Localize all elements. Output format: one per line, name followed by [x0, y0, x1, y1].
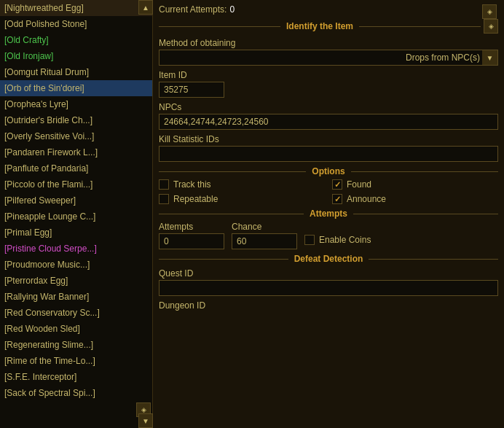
- method-input[interactable]: [159, 50, 498, 66]
- chance-col: Chance: [232, 222, 297, 249]
- announce-row: Announce: [332, 194, 498, 204]
- method-label: Method of obtaining: [159, 38, 498, 48]
- list-item[interactable]: [Primal Egg]: [0, 225, 152, 241]
- kill-stat-input[interactable]: [159, 146, 498, 162]
- defeat-divider-line-left: [159, 259, 288, 260]
- announce-label: Announce: [347, 194, 386, 204]
- list-item[interactable]: [Pineapple Lounge C...]: [0, 209, 152, 225]
- list-item[interactable]: [Pterrordax Egg]: [0, 273, 152, 289]
- list-item[interactable]: [Nightwreathed Egg]: [0, 0, 152, 16]
- track-this-checkbox[interactable]: [159, 179, 169, 190]
- options-grid: Track this Found Repeatable Announce: [159, 179, 498, 204]
- divider-line-left: [159, 26, 280, 27]
- defeat-divider-line-right: [369, 259, 498, 260]
- npcs-input[interactable]: [159, 114, 498, 130]
- list-item[interactable]: [Sack of Spectral Spi...]: [0, 385, 152, 401]
- left-panel-wrapper: [Nightwreathed Egg][Odd Polished Stone][…: [0, 0, 153, 428]
- chance-label: Chance: [232, 222, 297, 232]
- list-item[interactable]: [Proudmoore Music...]: [0, 257, 152, 273]
- enable-coins-label: Enable Coins: [319, 235, 371, 245]
- attempts-divider-line-left: [159, 214, 304, 214]
- scroll-down-button[interactable]: ▼: [138, 413, 153, 428]
- chance-input[interactable]: [232, 233, 297, 249]
- attempts-input[interactable]: [159, 233, 224, 249]
- divider-line-right: [359, 26, 481, 27]
- announce-checkbox[interactable]: [332, 194, 342, 204]
- current-attempts-value: 0: [229, 4, 235, 15]
- identify-divider: Identify the Item ◈: [159, 19, 498, 34]
- list-item[interactable]: [Rallying War Banner]: [0, 289, 152, 305]
- enable-coins-row: Enable Coins: [304, 235, 371, 245]
- list-item[interactable]: [Outrider's Bridle Ch...]: [0, 112, 152, 128]
- identify-section-title: Identify the Item: [280, 21, 359, 31]
- method-dropdown-wrapper: ▼: [159, 50, 498, 66]
- track-this-label: Track this: [173, 179, 211, 190]
- options-divider: Options: [159, 166, 498, 176]
- options-divider-line-left: [159, 171, 306, 172]
- defeat-section-title: Defeat Detection: [288, 254, 369, 264]
- list-item[interactable]: [Red Conservatory Sc...]: [0, 305, 152, 321]
- quest-id-label: Quest ID: [159, 268, 498, 279]
- scroll-up-button[interactable]: ▲: [138, 0, 153, 15]
- list-item[interactable]: [Red Wooden Sled]: [0, 321, 152, 337]
- found-label: Found: [347, 179, 371, 190]
- dungeon-id-label: Dungeon ID: [159, 300, 498, 311]
- attempts-section-title: Attempts: [304, 209, 353, 219]
- list-item[interactable]: [Panflute of Pandaria]: [0, 160, 152, 176]
- list-item[interactable]: [Odd Polished Stone]: [0, 16, 152, 32]
- current-attempts-label: Current Attempts:: [159, 4, 227, 15]
- top-right-icon[interactable]: ◈: [482, 4, 497, 19]
- current-attempts-row: Current Attempts: 0 ◈: [159, 4, 498, 15]
- list-item[interactable]: [Pilfered Sweeper]: [0, 192, 152, 209]
- track-this-row: Track this: [159, 179, 325, 190]
- list-item[interactable]: [Orb of the Sin'dorei]: [0, 80, 152, 96]
- list-item[interactable]: [Orophea's Lyre]: [0, 96, 152, 112]
- list-item[interactable]: [Old Ironjaw]: [0, 48, 152, 64]
- attempts-grid: Attempts Chance Enable Coins: [159, 222, 498, 249]
- defeat-divider: Defeat Detection: [159, 254, 498, 264]
- list-item[interactable]: [Oomgut Ritual Drum]: [0, 64, 152, 80]
- dropdown-arrow-icon[interactable]: ▼: [482, 50, 498, 66]
- item-list: [Nightwreathed Egg][Odd Polished Stone][…: [0, 0, 153, 428]
- options-section-title: Options: [306, 166, 350, 176]
- repeatable-checkbox[interactable]: [159, 194, 169, 204]
- list-item[interactable]: [Piccolo of the Flami...]: [0, 176, 152, 192]
- npcs-label: NPCs: [159, 102, 498, 112]
- repeatable-label: Repeatable: [173, 194, 218, 204]
- repeatable-row: Repeatable: [159, 194, 325, 204]
- attempts-col: Attempts: [159, 222, 224, 249]
- enable-coins-checkbox[interactable]: [304, 235, 315, 245]
- list-item[interactable]: [Old Crafty]: [0, 32, 152, 48]
- list-item[interactable]: [Rime of the Time-Lo...]: [0, 353, 152, 369]
- item-id-label: Item ID: [159, 70, 498, 80]
- attempts-divider-line-right: [353, 214, 498, 214]
- item-id-input[interactable]: [159, 82, 224, 98]
- list-item[interactable]: [Pandaren Firework L...]: [0, 144, 152, 160]
- list-item[interactable]: [Pristine Cloud Serpe...]: [0, 241, 152, 257]
- kill-stat-label: Kill Statistic IDs: [159, 134, 498, 144]
- list-item[interactable]: [Overly Sensitive Voi...]: [0, 128, 152, 144]
- found-row: Found: [332, 179, 498, 190]
- attempts-label: Attempts: [159, 222, 224, 232]
- options-divider-line-right: [351, 171, 498, 172]
- list-item[interactable]: [S.F.E. Interceptor]: [0, 369, 152, 385]
- quest-id-input[interactable]: [159, 280, 498, 296]
- attempts-divider: Attempts: [159, 209, 498, 219]
- right-panel: Current Attempts: 0 ◈ Identify the Item …: [153, 0, 504, 428]
- found-checkbox[interactable]: [332, 179, 342, 190]
- list-item[interactable]: [Regenerating Slime...]: [0, 337, 152, 353]
- identify-icon[interactable]: ◈: [484, 19, 498, 34]
